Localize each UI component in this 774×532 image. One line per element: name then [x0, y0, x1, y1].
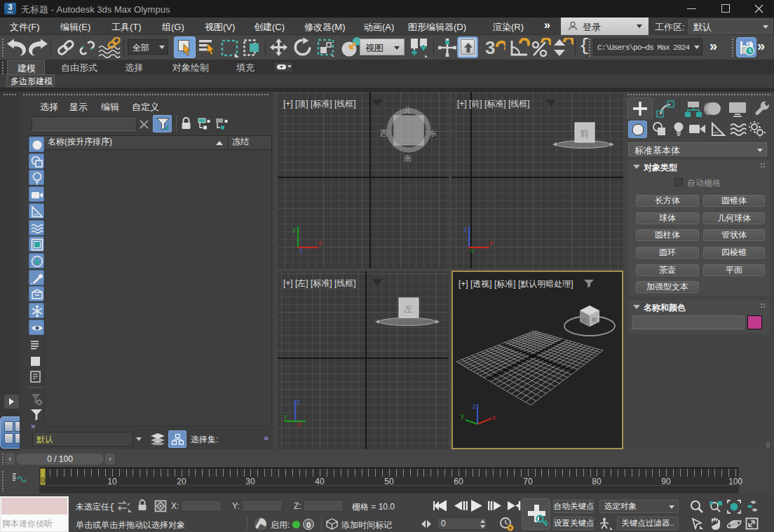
svg-text:x: x — [489, 239, 493, 247]
svg-text:y: y — [461, 412, 464, 420]
svg-text:x: x — [318, 239, 322, 247]
svg-text:y: y — [470, 247, 474, 253]
svg-text:z: z — [297, 398, 300, 406]
svg-text:左: 左 — [404, 303, 413, 314]
svg-text:z: z — [473, 402, 476, 410]
svg-text:前: 前 — [580, 128, 589, 139]
svg-text:x: x — [492, 414, 496, 421]
svg-text:y: y — [284, 413, 287, 421]
svg-text:x: x — [297, 421, 301, 427]
svg-text:左: 左 — [582, 317, 588, 323]
svg-text:z: z — [463, 226, 467, 233]
svg-text:y: y — [292, 226, 296, 233]
svg-text:z: z — [299, 247, 303, 253]
svg-text:3: 3 — [485, 38, 495, 57]
svg-text:前: 前 — [592, 317, 597, 323]
